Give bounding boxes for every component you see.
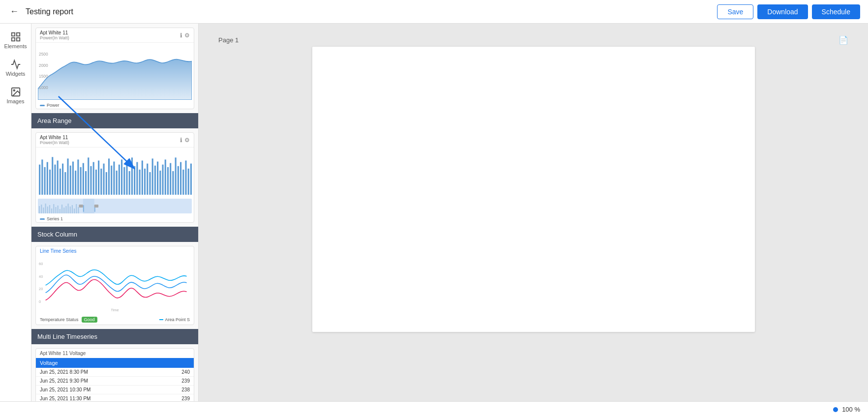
area-range-label[interactable]: Area Range xyxy=(31,113,198,128)
stock-column-label[interactable]: Stock Column xyxy=(31,227,198,242)
svg-rect-13 xyxy=(41,159,43,195)
info-icon-2[interactable]: ℹ xyxy=(180,137,182,144)
svg-text:40: 40 xyxy=(39,274,43,279)
ts-footer: Temperature Status Good Area Point S xyxy=(36,315,194,325)
sidebar-item-images[interactable]: Images xyxy=(2,83,30,108)
svg-rect-3 xyxy=(16,38,19,41)
svg-rect-82 xyxy=(58,206,59,213)
chart-icon xyxy=(10,59,21,70)
line-ts-title: Line Time Series xyxy=(36,246,194,256)
back-button[interactable]: ← xyxy=(8,4,21,19)
svg-rect-15 xyxy=(47,162,48,195)
svg-text:60: 60 xyxy=(39,262,43,266)
status-badge: Good xyxy=(82,317,97,323)
table-date-2: Jun 25, 2021 10:30 PM xyxy=(40,387,90,392)
area-range-card-header: Apt White 11 Power(In Watt) ℹ ⚙ xyxy=(36,28,194,43)
svg-rect-68 xyxy=(182,170,184,195)
page-add-icon[interactable]: 📄 xyxy=(838,35,848,45)
stock-column-actions: ℹ ⚙ xyxy=(180,137,190,144)
ts-legend-label: Area Point S xyxy=(165,317,190,322)
svg-rect-18 xyxy=(54,165,56,195)
sidebar-item-elements[interactable]: Elements xyxy=(2,28,30,53)
svg-rect-25 xyxy=(72,162,74,195)
svg-rect-71 xyxy=(190,164,192,195)
svg-rect-14 xyxy=(44,167,46,195)
temp-status-label: Temperature Status xyxy=(40,317,79,322)
stock-legend: Series 1 xyxy=(36,215,194,222)
widget-panel: Apt White 11 Power(In Watt) ℹ ⚙ xyxy=(31,24,199,401)
svg-rect-17 xyxy=(52,157,53,195)
svg-rect-57 xyxy=(154,166,156,195)
svg-rect-84 xyxy=(61,205,62,213)
svg-rect-80 xyxy=(53,204,54,213)
svg-rect-31 xyxy=(88,157,89,195)
svg-text:2500: 2500 xyxy=(39,52,48,57)
area-range-chart: 2500 2000 1500 1000 xyxy=(36,43,194,102)
table-row: Jun 25, 2021 8:30 PM 240 xyxy=(36,368,194,377)
settings-icon[interactable]: ⚙ xyxy=(184,32,190,39)
svg-rect-42 xyxy=(116,171,118,195)
svg-rect-66 xyxy=(178,166,179,195)
stock-range-selector[interactable] xyxy=(38,199,192,213)
table-val-3: 239 xyxy=(181,396,190,401)
header-right: Save Download Schedule xyxy=(717,4,860,19)
svg-text:1000: 1000 xyxy=(39,85,48,89)
svg-rect-61 xyxy=(165,159,166,195)
svg-rect-24 xyxy=(70,166,71,195)
table-date-3: Jun 25, 2021 11:30 PM xyxy=(40,396,90,401)
svg-rect-36 xyxy=(100,169,102,195)
table-date-0: Jun 25, 2021 8:30 PM xyxy=(40,369,88,375)
zoom-level: 100 % xyxy=(842,406,860,413)
image-icon xyxy=(10,87,21,97)
info-icon[interactable]: ℹ xyxy=(180,32,182,39)
svg-rect-67 xyxy=(180,162,181,195)
svg-rect-35 xyxy=(98,160,99,195)
page-label: Page 1 xyxy=(218,36,239,44)
schedule-button[interactable]: Schedule xyxy=(812,4,860,19)
sidebar-item-widgets[interactable]: Widgets xyxy=(2,55,30,81)
svg-rect-56 xyxy=(152,158,153,195)
svg-rect-73 xyxy=(39,206,40,213)
area-range-block: Apt White 11 Power(In Watt) ℹ ⚙ xyxy=(31,28,198,128)
download-button[interactable]: Download xyxy=(757,4,808,19)
page-container: Page 1 📄 xyxy=(199,24,868,401)
svg-rect-50 xyxy=(136,162,138,195)
svg-rect-43 xyxy=(119,165,120,195)
multi-line-label[interactable]: Multi Line Timeseries xyxy=(31,329,198,344)
svg-rect-89 xyxy=(72,205,73,213)
svg-rect-26 xyxy=(75,171,76,195)
svg-rect-54 xyxy=(147,164,148,195)
svg-rect-48 xyxy=(131,157,133,195)
svg-rect-22 xyxy=(64,172,66,195)
multi-line-card: Line Time Series 60 40 20 0 xyxy=(35,246,194,325)
settings-icon-2[interactable]: ⚙ xyxy=(184,137,190,144)
multi-line-chart: 60 40 20 0 Time xyxy=(36,256,194,315)
svg-rect-53 xyxy=(144,169,146,195)
svg-rect-95 xyxy=(83,199,94,213)
save-button[interactable]: Save xyxy=(717,4,753,19)
svg-text:Time: Time xyxy=(111,308,119,312)
svg-rect-39 xyxy=(108,158,110,195)
svg-rect-97 xyxy=(94,205,98,208)
svg-rect-83 xyxy=(60,209,60,213)
svg-rect-21 xyxy=(62,164,63,195)
multi-line-block: Line Time Series 60 40 20 0 xyxy=(31,246,198,344)
svg-rect-92 xyxy=(78,207,79,213)
svg-rect-1 xyxy=(16,33,19,36)
bottom-bar: 100 % xyxy=(0,401,868,417)
svg-rect-19 xyxy=(57,160,59,195)
svg-rect-81 xyxy=(55,207,56,213)
table-title: Apt White 11 Voltage xyxy=(36,349,194,358)
stock-column-card-subtitle: Power(In Watt) xyxy=(40,140,69,145)
svg-rect-77 xyxy=(47,207,48,213)
stock-column-card-header: Apt White 11 Power(In Watt) ℹ ⚙ xyxy=(36,133,194,148)
svg-text:0: 0 xyxy=(39,299,41,304)
svg-rect-72 xyxy=(38,199,192,213)
table-row: Jun 25, 2021 10:30 PM 238 xyxy=(36,386,194,394)
stock-column-card-title: Apt White 11 xyxy=(40,135,69,140)
svg-rect-86 xyxy=(65,206,66,213)
svg-rect-55 xyxy=(149,172,150,195)
svg-rect-49 xyxy=(134,166,135,195)
area-range-legend-label: Power xyxy=(47,103,60,108)
grid-icon xyxy=(10,31,21,42)
